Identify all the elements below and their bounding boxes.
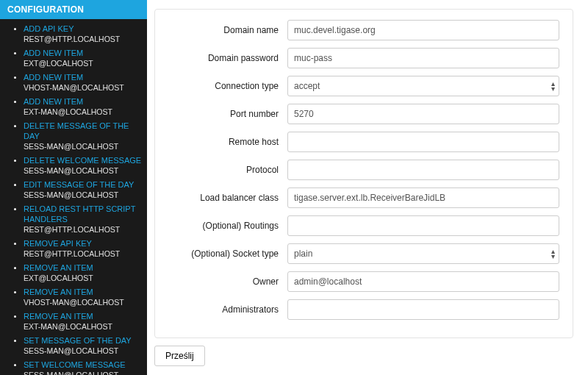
sidebar-item-link[interactable]: REMOVE AN ITEM [24, 262, 147, 273]
sidebar-item-link[interactable]: ADD NEW ITEM [24, 48, 147, 58]
connection-type-label: Connection type [162, 81, 287, 91]
sidebar-item-sub: EXT-MAN@LOCALHOST [24, 322, 147, 332]
sidebar-item-link[interactable]: REMOVE AN ITEM [24, 311, 147, 321]
routings-input[interactable] [287, 215, 559, 236]
domain-name-input[interactable] [287, 20, 559, 40]
sidebar-item-link[interactable]: EDIT MESSAGE OF THE DAY [24, 179, 147, 190]
sidebar-item[interactable]: REMOVE AN ITEMVHOST-MAN@LOCALHOST [24, 285, 147, 310]
sidebar-item-link[interactable]: DELETE MESSAGE OF THE DAY [24, 121, 147, 142]
sidebar-item-link[interactable]: REMOVE AN ITEM [24, 287, 147, 297]
sidebar-item-link[interactable]: ADD NEW ITEM [24, 96, 147, 107]
sidebar-item[interactable]: ADD NEW ITEMVHOST-MAN@LOCALHOST [24, 71, 147, 95]
lb-class-label: Load balancer class [162, 193, 287, 203]
routings-label: (Optional) Routings [162, 221, 287, 231]
sidebar-item[interactable]: SET WELCOME MESSAGESESS-MAN@LOCALHOST [24, 358, 147, 375]
sidebar-item[interactable]: REMOVE AN ITEMEXT@LOCALHOST [24, 261, 147, 285]
sidebar-item[interactable]: DELETE WELCOME MESSAGESESS-MAN@LOCALHOST [24, 154, 147, 178]
sidebar-title: CONFIGURATION [0, 0, 147, 19]
sidebar-item-link[interactable]: SET WELCOME MESSAGE [24, 360, 147, 370]
sidebar-item-sub: SESS-MAN@LOCALHOST [24, 371, 147, 375]
sidebar-item-sub: REST@HTTP.LOCALHOST [24, 249, 147, 260]
owner-input[interactable] [287, 271, 559, 292]
protocol-input[interactable] [287, 160, 559, 180]
sidebar-item-link[interactable]: ADD NEW ITEM [24, 72, 147, 82]
sidebar-list: ADD API KEYREST@HTTP.LOCALHOSTADD NEW IT… [0, 19, 147, 375]
sidebar-item[interactable]: SET MESSAGE OF THE DAYSESS-MAN@LOCALHOST [24, 334, 147, 358]
sidebar-item-sub: VHOST-MAN@LOCALHOST [24, 298, 147, 308]
config-form: Domain name Domain password Connection t… [154, 9, 573, 338]
sidebar-item-sub: REST@HTTP.LOCALHOST [24, 225, 147, 235]
sidebar-item-link[interactable]: SET MESSAGE OF THE DAY [24, 335, 147, 346]
sidebar-item[interactable]: RELOAD REST HTTP SCRIPT HANDLERSREST@HTT… [24, 202, 147, 237]
domain-password-label: Domain password [162, 53, 287, 63]
protocol-label: Protocol [162, 165, 287, 175]
sidebar-item-sub: REST@HTTP.LOCALHOST [24, 35, 147, 45]
socket-type-label: (Optional) Socket type [162, 249, 287, 259]
sidebar-item-link[interactable]: DELETE WELCOME MESSAGE [24, 155, 147, 165]
sidebar-item-link[interactable]: RELOAD REST HTTP SCRIPT HANDLERS [24, 204, 147, 225]
sidebar-item[interactable]: ADD NEW ITEMEXT-MAN@LOCALHOST [24, 95, 147, 119]
domain-name-label: Domain name [162, 25, 287, 35]
owner-label: Owner [162, 276, 287, 287]
sidebar-item[interactable]: EDIT MESSAGE OF THE DAYSESS-MAN@LOCALHOS… [24, 178, 147, 202]
socket-type-select[interactable]: plain [287, 243, 559, 264]
main-panel: Domain name Domain password Connection t… [147, 0, 588, 375]
sidebar: CONFIGURATION ADD API KEYREST@HTTP.LOCAL… [0, 0, 147, 375]
sidebar-item-sub: SESS-MAN@LOCALHOST [24, 190, 147, 201]
sidebar-item[interactable]: DELETE MESSAGE OF THE DAYSESS-MAN@LOCALH… [24, 119, 147, 154]
sidebar-item[interactable]: REMOVE API KEYREST@HTTP.LOCALHOST [24, 237, 147, 261]
sidebar-item-sub: EXT@LOCALHOST [24, 274, 147, 284]
submit-button[interactable]: Prześlij [154, 346, 205, 366]
remote-host-input[interactable] [287, 132, 559, 152]
connection-type-select[interactable]: accept [287, 76, 559, 96]
domain-password-input[interactable] [287, 48, 559, 68]
sidebar-item-link[interactable]: ADD API KEY [24, 24, 147, 34]
remote-host-label: Remote host [162, 137, 287, 147]
administrators-input[interactable] [287, 299, 559, 320]
sidebar-item[interactable]: ADD NEW ITEMEXT@LOCALHOST [24, 46, 147, 71]
sidebar-item-sub: EXT-MAN@LOCALHOST [24, 107, 147, 118]
sidebar-item-sub: SESS-MAN@LOCALHOST [24, 142, 147, 152]
sidebar-item-sub: VHOST-MAN@LOCALHOST [24, 83, 147, 93]
sidebar-item-sub: EXT@LOCALHOST [24, 59, 147, 69]
administrators-label: Administrators [162, 304, 287, 315]
sidebar-item[interactable]: REMOVE AN ITEMEXT-MAN@LOCALHOST [24, 310, 147, 334]
sidebar-item-link[interactable]: REMOVE API KEY [24, 238, 147, 249]
sidebar-item[interactable]: ADD API KEYREST@HTTP.LOCALHOST [24, 22, 147, 46]
lb-class-input[interactable] [287, 188, 559, 208]
sidebar-item-sub: SESS-MAN@LOCALHOST [24, 346, 147, 357]
port-number-input[interactable] [287, 104, 559, 124]
sidebar-item-sub: SESS-MAN@LOCALHOST [24, 166, 147, 176]
port-number-label: Port number [162, 109, 287, 119]
